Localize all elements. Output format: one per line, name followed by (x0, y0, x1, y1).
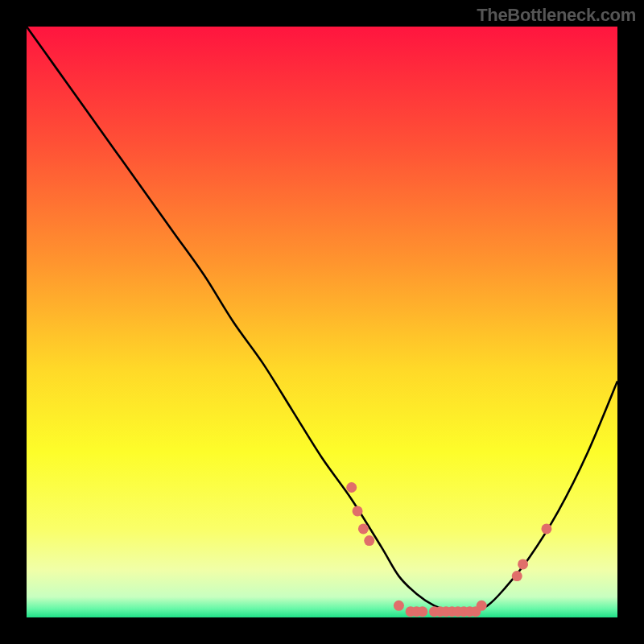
data-point (358, 523, 369, 534)
data-point (346, 482, 357, 493)
data-point (518, 559, 528, 569)
data-point (477, 601, 487, 611)
data-point (417, 606, 427, 617)
watermark-text: TheBottleneck.com (477, 5, 636, 26)
data-point (512, 571, 522, 581)
data-point (353, 506, 363, 516)
data-point (364, 535, 374, 546)
plot-svg (27, 27, 617, 617)
data-point (541, 523, 551, 534)
chart-frame: TheBottleneck.com (0, 0, 644, 644)
gradient-background (27, 27, 617, 617)
bottleneck-plot (27, 27, 617, 617)
data-point (394, 601, 404, 611)
